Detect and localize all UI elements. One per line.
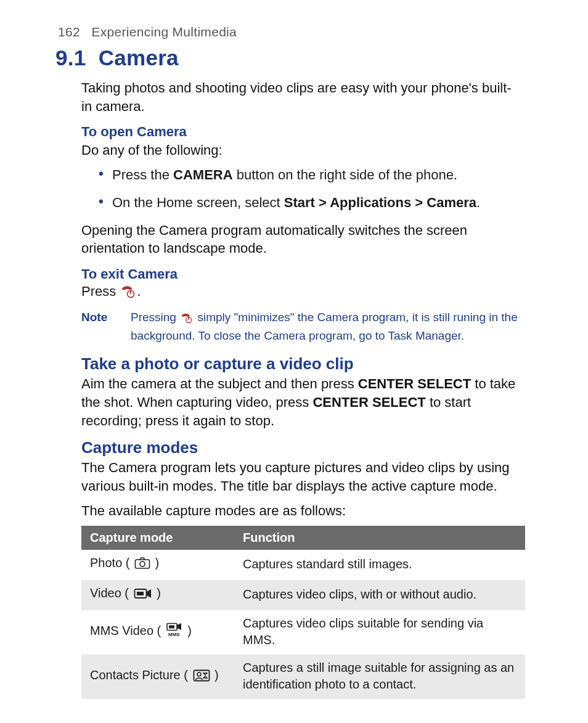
end-call-icon — [180, 312, 194, 328]
svg-rect-9 — [169, 625, 174, 628]
capture-modes-para1: The Camera program lets you capture pict… — [81, 459, 520, 495]
take-photo-heading: Take a photo or capture a video clip — [81, 354, 520, 374]
note: Note Pressing simply "minimizes" the Cam… — [81, 309, 520, 343]
open-camera-lead: Do any of the following: — [81, 141, 520, 160]
page: 162 Experiencing Multimedia 9.1 Camera T… — [0, 0, 588, 723]
capture-modes-heading: Capture modes — [81, 438, 520, 457]
capture-modes-table: Capture mode Function Photo ( ) Capture — [81, 526, 525, 699]
section-heading: 9.1 Camera — [55, 46, 520, 70]
table-row: Photo ( ) Captures standard still images… — [81, 550, 525, 580]
running-header: 162 Experiencing Multimedia — [58, 25, 520, 39]
svg-point-12 — [197, 672, 201, 676]
svg-rect-7 — [137, 592, 144, 595]
take-photo-paragraph: Aim the camera at the subject and then p… — [81, 375, 520, 430]
svg-point-5 — [140, 562, 145, 566]
svg-rect-4 — [136, 560, 150, 568]
table-header-function: Function — [234, 526, 525, 550]
open-camera-heading: To open Camera — [81, 124, 520, 140]
table-row: Video ( ) Captures video clips, with or … — [81, 580, 525, 610]
open-para: Opening the Camera program automatically… — [81, 221, 520, 258]
camera-icon — [134, 557, 150, 574]
end-call-icon — [120, 285, 136, 302]
exit-camera-heading: To exit Camera — [81, 266, 520, 282]
note-label: Note — [81, 309, 131, 343]
capture-modes-para2: The available capture modes are as follo… — [81, 502, 520, 520]
chapter-title: Experiencing Multimedia — [84, 25, 237, 39]
mms-video-icon: MMS — [166, 623, 183, 642]
exit-camera-press: Press . — [81, 284, 520, 302]
table-row: MMS Video ( MMS ) Captures video clips s… — [81, 610, 525, 655]
list-item: On the Home screen, select Start > Appli… — [99, 194, 520, 213]
intro-paragraph: Taking photos and shooting video clips a… — [81, 79, 520, 115]
table-header-mode: Capture mode — [81, 526, 234, 550]
table-row: Contacts Picture ( ) Captures a still im… — [81, 655, 525, 699]
video-icon — [134, 587, 152, 604]
contacts-picture-icon — [193, 669, 210, 686]
list-item: Press the CAMERA button on the right sid… — [99, 166, 520, 185]
svg-text:MMS: MMS — [168, 632, 180, 637]
open-camera-list: Press the CAMERA button on the right sid… — [99, 166, 520, 213]
page-number: 162 — [58, 25, 80, 39]
note-body: Pressing simply "minimizes" the Camera p… — [131, 309, 520, 343]
